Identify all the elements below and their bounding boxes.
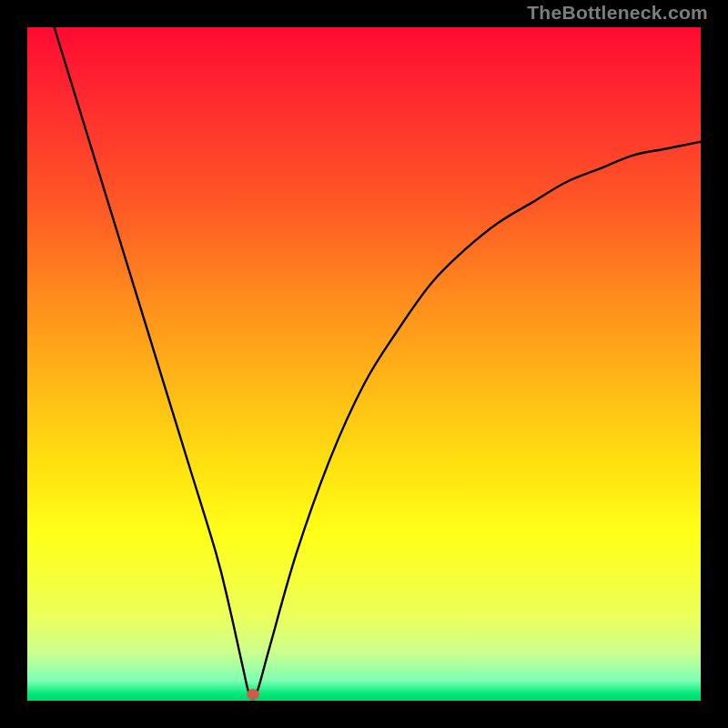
bottleneck-curve: [27, 27, 701, 701]
optimal-point-marker: [247, 689, 259, 700]
chart-frame: TheBottleneck.com: [0, 0, 728, 728]
plot-area: [27, 27, 701, 701]
watermark-text: TheBottleneck.com: [527, 2, 708, 24]
